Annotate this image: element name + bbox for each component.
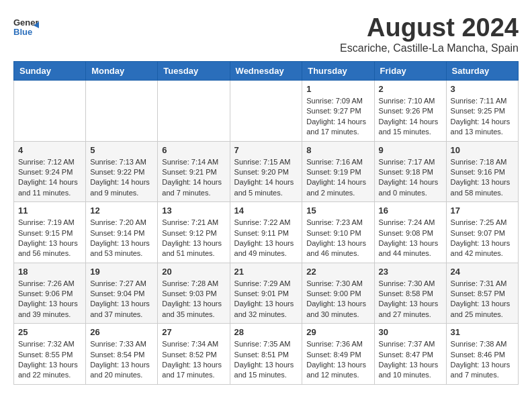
day-number: 22 bbox=[306, 267, 369, 277]
day-info: Sunrise: 7:32 AM Sunset: 8:55 PM Dayligh… bbox=[18, 339, 81, 381]
day-number: 16 bbox=[379, 205, 442, 216]
calendar-cell: 12Sunrise: 7:20 AM Sunset: 9:14 PM Dayli… bbox=[86, 202, 158, 263]
day-header-thursday: Thursday bbox=[302, 62, 374, 81]
calendar-cell: 3Sunrise: 7:11 AM Sunset: 9:25 PM Daylig… bbox=[446, 81, 518, 142]
calendar-cell: 22Sunrise: 7:30 AM Sunset: 9:00 PM Dayli… bbox=[302, 263, 374, 324]
day-info: Sunrise: 7:27 AM Sunset: 9:04 PM Dayligh… bbox=[90, 279, 153, 320]
calendar-cell: 30Sunrise: 7:37 AM Sunset: 8:47 PM Dayli… bbox=[374, 324, 446, 385]
day-header-tuesday: Tuesday bbox=[158, 62, 230, 81]
day-info: Sunrise: 7:35 AM Sunset: 8:51 PM Dayligh… bbox=[234, 339, 298, 381]
day-number: 10 bbox=[451, 145, 514, 155]
day-number: 26 bbox=[90, 327, 153, 337]
calendar-cell: 23Sunrise: 7:30 AM Sunset: 8:58 PM Dayli… bbox=[374, 263, 446, 324]
day-info: Sunrise: 7:33 AM Sunset: 8:54 PM Dayligh… bbox=[90, 339, 153, 381]
day-number: 28 bbox=[234, 327, 298, 337]
day-number: 6 bbox=[162, 145, 225, 155]
day-info: Sunrise: 7:20 AM Sunset: 9:14 PM Dayligh… bbox=[90, 218, 153, 259]
day-number: 27 bbox=[162, 327, 225, 337]
calendar-cell: 18Sunrise: 7:26 AM Sunset: 9:06 PM Dayli… bbox=[14, 263, 86, 324]
day-info: Sunrise: 7:17 AM Sunset: 9:18 PM Dayligh… bbox=[379, 157, 442, 199]
day-info: Sunrise: 7:25 AM Sunset: 9:07 PM Dayligh… bbox=[451, 218, 514, 259]
month-title: August 2024 bbox=[340, 13, 519, 42]
logo-graphic: General Blue bbox=[13, 13, 39, 42]
calendar-cell: 27Sunrise: 7:34 AM Sunset: 8:52 PM Dayli… bbox=[158, 324, 230, 385]
day-header-saturday: Saturday bbox=[446, 62, 518, 81]
day-info: Sunrise: 7:12 AM Sunset: 9:24 PM Dayligh… bbox=[18, 157, 81, 199]
calendar-cell: 7Sunrise: 7:15 AM Sunset: 9:20 PM Daylig… bbox=[230, 141, 302, 202]
calendar-cell: 8Sunrise: 7:16 AM Sunset: 9:19 PM Daylig… bbox=[302, 141, 374, 202]
calendar-cell: 6Sunrise: 7:14 AM Sunset: 9:21 PM Daylig… bbox=[158, 141, 230, 202]
calendar-header-row: SundayMondayTuesdayWednesdayThursdayFrid… bbox=[14, 62, 519, 81]
calendar-cell: 28Sunrise: 7:35 AM Sunset: 8:51 PM Dayli… bbox=[230, 324, 302, 385]
day-number: 23 bbox=[379, 267, 442, 277]
day-info: Sunrise: 7:13 AM Sunset: 9:22 PM Dayligh… bbox=[90, 157, 153, 199]
day-info: Sunrise: 7:26 AM Sunset: 9:06 PM Dayligh… bbox=[18, 279, 81, 320]
calendar-cell: 11Sunrise: 7:19 AM Sunset: 9:15 PM Dayli… bbox=[14, 202, 86, 263]
calendar-cell: 26Sunrise: 7:33 AM Sunset: 8:54 PM Dayli… bbox=[86, 324, 158, 385]
calendar-week-row: 18Sunrise: 7:26 AM Sunset: 9:06 PM Dayli… bbox=[14, 263, 519, 324]
calendar-cell: 2Sunrise: 7:10 AM Sunset: 9:26 PM Daylig… bbox=[374, 81, 446, 142]
day-number: 5 bbox=[90, 145, 153, 155]
day-info: Sunrise: 7:21 AM Sunset: 9:12 PM Dayligh… bbox=[162, 218, 225, 259]
day-info: Sunrise: 7:09 AM Sunset: 9:27 PM Dayligh… bbox=[306, 96, 369, 138]
day-info: Sunrise: 7:28 AM Sunset: 9:03 PM Dayligh… bbox=[162, 279, 225, 320]
day-info: Sunrise: 7:34 AM Sunset: 8:52 PM Dayligh… bbox=[162, 339, 225, 381]
day-info: Sunrise: 7:24 AM Sunset: 9:08 PM Dayligh… bbox=[379, 218, 442, 259]
day-number: 21 bbox=[234, 267, 298, 277]
calendar-cell: 25Sunrise: 7:32 AM Sunset: 8:55 PM Dayli… bbox=[14, 324, 86, 385]
calendar-cell: 15Sunrise: 7:23 AM Sunset: 9:10 PM Dayli… bbox=[302, 202, 374, 263]
day-number: 8 bbox=[306, 145, 369, 155]
title-section: August 2024 Escariche, Castille-La Manch… bbox=[340, 13, 519, 54]
calendar-cell: 5Sunrise: 7:13 AM Sunset: 9:22 PM Daylig… bbox=[86, 141, 158, 202]
day-number: 12 bbox=[90, 205, 153, 216]
day-info: Sunrise: 7:19 AM Sunset: 9:15 PM Dayligh… bbox=[18, 218, 81, 259]
day-number: 2 bbox=[379, 84, 442, 94]
day-info: Sunrise: 7:10 AM Sunset: 9:26 PM Dayligh… bbox=[379, 96, 442, 138]
calendar-cell: 13Sunrise: 7:21 AM Sunset: 9:12 PM Dayli… bbox=[158, 202, 230, 263]
day-number: 1 bbox=[306, 84, 369, 94]
day-number: 30 bbox=[379, 327, 442, 337]
day-number: 24 bbox=[451, 267, 514, 277]
day-number: 31 bbox=[451, 327, 514, 337]
day-info: Sunrise: 7:31 AM Sunset: 8:57 PM Dayligh… bbox=[451, 279, 514, 320]
calendar-cell bbox=[14, 81, 86, 142]
calendar-week-row: 1Sunrise: 7:09 AM Sunset: 9:27 PM Daylig… bbox=[14, 81, 519, 142]
calendar-cell: 20Sunrise: 7:28 AM Sunset: 9:03 PM Dayli… bbox=[158, 263, 230, 324]
day-info: Sunrise: 7:16 AM Sunset: 9:19 PM Dayligh… bbox=[306, 157, 369, 199]
svg-text:Blue: Blue bbox=[13, 27, 32, 37]
day-info: Sunrise: 7:36 AM Sunset: 8:49 PM Dayligh… bbox=[306, 339, 369, 381]
day-number: 17 bbox=[451, 205, 514, 216]
calendar-table: SundayMondayTuesdayWednesdayThursdayFrid… bbox=[13, 61, 519, 385]
day-info: Sunrise: 7:30 AM Sunset: 9:00 PM Dayligh… bbox=[306, 279, 369, 320]
calendar-cell: 4Sunrise: 7:12 AM Sunset: 9:24 PM Daylig… bbox=[14, 141, 86, 202]
calendar-cell: 17Sunrise: 7:25 AM Sunset: 9:07 PM Dayli… bbox=[446, 202, 518, 263]
day-number: 3 bbox=[451, 84, 514, 94]
day-info: Sunrise: 7:11 AM Sunset: 9:25 PM Dayligh… bbox=[451, 96, 514, 138]
calendar-cell: 16Sunrise: 7:24 AM Sunset: 9:08 PM Dayli… bbox=[374, 202, 446, 263]
day-info: Sunrise: 7:23 AM Sunset: 9:10 PM Dayligh… bbox=[306, 218, 369, 259]
location-subtitle: Escariche, Castille-La Mancha, Spain bbox=[340, 42, 519, 54]
calendar-cell: 9Sunrise: 7:17 AM Sunset: 9:18 PM Daylig… bbox=[374, 141, 446, 202]
day-info: Sunrise: 7:29 AM Sunset: 9:01 PM Dayligh… bbox=[234, 279, 298, 320]
day-number: 15 bbox=[306, 205, 369, 216]
calendar-cell: 29Sunrise: 7:36 AM Sunset: 8:49 PM Dayli… bbox=[302, 324, 374, 385]
day-info: Sunrise: 7:15 AM Sunset: 9:20 PM Dayligh… bbox=[234, 157, 298, 199]
calendar-cell: 14Sunrise: 7:22 AM Sunset: 9:11 PM Dayli… bbox=[230, 202, 302, 263]
day-number: 13 bbox=[162, 205, 225, 216]
day-header-friday: Friday bbox=[374, 62, 446, 81]
day-header-wednesday: Wednesday bbox=[230, 62, 302, 81]
calendar-cell bbox=[86, 81, 158, 142]
calendar-week-row: 11Sunrise: 7:19 AM Sunset: 9:15 PM Dayli… bbox=[14, 202, 519, 263]
day-number: 19 bbox=[90, 267, 153, 277]
calendar-week-row: 4Sunrise: 7:12 AM Sunset: 9:24 PM Daylig… bbox=[14, 141, 519, 202]
day-header-sunday: Sunday bbox=[14, 62, 86, 81]
day-number: 20 bbox=[162, 267, 225, 277]
calendar-cell: 19Sunrise: 7:27 AM Sunset: 9:04 PM Dayli… bbox=[86, 263, 158, 324]
day-number: 25 bbox=[18, 327, 81, 337]
day-number: 4 bbox=[18, 145, 81, 155]
day-number: 11 bbox=[18, 205, 81, 216]
calendar-cell: 21Sunrise: 7:29 AM Sunset: 9:01 PM Dayli… bbox=[230, 263, 302, 324]
calendar-cell bbox=[158, 81, 230, 142]
calendar-week-row: 25Sunrise: 7:32 AM Sunset: 8:55 PM Dayli… bbox=[14, 324, 519, 385]
day-number: 29 bbox=[306, 327, 369, 337]
